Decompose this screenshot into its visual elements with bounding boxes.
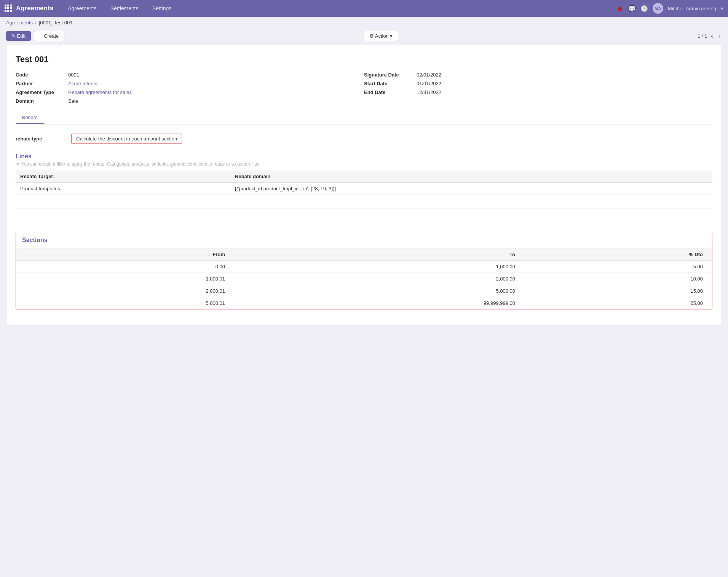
table-row: Product templates [('product_id.product_… — [16, 183, 712, 195]
col-from: From — [16, 249, 234, 261]
action-toolbar: ✎ Edit + Create ⚙ Action ▾ 1 / 1 ‹ › — [0, 29, 728, 45]
table-row: 1,000.01 2,000.00 10.00 — [16, 273, 712, 285]
field-domain: Domain Sale — [16, 98, 364, 104]
avatar-initials: MA — [655, 6, 661, 11]
content-inner: Test 001 Code 0001 Partner Azure Interio… — [6, 45, 722, 325]
agreement-type-value[interactable]: Rebate agreements for sales — [68, 89, 132, 95]
cell-pct: 25.00 — [524, 297, 712, 309]
avatar: MA — [653, 3, 663, 14]
nav-settlements[interactable]: Settlements — [107, 4, 142, 13]
partner-label: Partner — [16, 81, 65, 86]
signature-date-value: 02/01/2022 — [417, 72, 441, 78]
fields-grid: Code 0001 Partner Azure Interior Agreeme… — [16, 72, 712, 104]
user-dropdown-icon[interactable]: ▾ — [721, 5, 723, 11]
empty-spacer2 — [16, 212, 712, 223]
filter-hint-text: You can create a filter to apply the reb… — [21, 161, 260, 167]
breadcrumb-parent[interactable]: Agreements — [6, 20, 33, 26]
nav-settings[interactable]: Settings — [149, 4, 175, 13]
record-title: Test 001 — [16, 54, 712, 64]
cell-pct: 15.00 — [524, 285, 712, 297]
nav-menu: Agreements Settlements Settings — [65, 4, 616, 13]
lines-table: Rebate Target Rebate domain Product temp… — [16, 171, 712, 195]
cell-to: 2,000.00 — [234, 273, 524, 285]
pager-text: 1 / 1 — [698, 33, 707, 39]
table-row: 0.00 1,000.00 5.00 — [16, 261, 712, 273]
clock-icon[interactable]: 🕐 — [640, 5, 648, 12]
breadcrumb-current: [0001] Test 001 — [39, 20, 73, 26]
pager-next[interactable]: › — [717, 32, 722, 40]
cell-domain: [('product_id.product_tmpl_id', 'in', [2… — [230, 183, 712, 195]
tabs-bar: Rebate — [16, 112, 712, 124]
empty-spacer — [16, 195, 712, 206]
pager: 1 / 1 ‹ › — [698, 32, 722, 40]
table-row: 2,000.01 5,000.00 15.00 — [16, 285, 712, 297]
field-partner: Partner Azure Interior — [16, 81, 364, 86]
cell-from: 1,000.01 — [16, 273, 234, 285]
sections-table-header: From To % Dto — [16, 249, 712, 261]
partner-value[interactable]: Azure Interior — [68, 81, 98, 86]
sections-table: From To % Dto 0.00 1,000.00 5.00 1,000.0… — [16, 249, 712, 309]
top-navigation: Agreements Agreements Settlements Settin… — [0, 0, 728, 17]
rebate-type-value: Calculate the discount in each amount se… — [71, 134, 182, 144]
field-start-date: Start Date 01/01/2022 — [364, 81, 712, 86]
fields-right: Signature Date 02/01/2022 Start Date 01/… — [364, 72, 712, 104]
field-end-date: End Date 12/31/2022 — [364, 89, 712, 95]
lines-section-title: Lines — [16, 153, 712, 160]
main-content: Test 001 Code 0001 Partner Azure Interio… — [6, 45, 722, 325]
topnav-right: 🐞 💬 🕐 MA Mitchell Admin (devel) ▾ — [616, 3, 723, 14]
col-pct: % Dto — [524, 249, 712, 261]
code-label: Code — [16, 72, 65, 78]
lines-table-header: Rebate Target Rebate domain — [16, 171, 712, 183]
action-button[interactable]: ⚙ Action ▾ — [364, 31, 399, 41]
cell-from: 2,000.01 — [16, 285, 234, 297]
grid-menu-icon[interactable] — [5, 5, 12, 12]
fields-left: Code 0001 Partner Azure Interior Agreeme… — [16, 72, 364, 104]
cell-pct: 5.00 — [524, 261, 712, 273]
divider — [16, 209, 712, 209]
filter-hint: ▼ You can create a filter to apply the r… — [16, 161, 712, 167]
sections-box: Sections From To % Dto 0.00 1,000.00 5.0… — [16, 232, 712, 309]
agreement-type-label: Agreement Type — [16, 89, 65, 95]
sections-title: Sections — [16, 232, 712, 249]
cell-from: 5,000.01 — [16, 297, 234, 309]
end-date-label: End Date — [364, 89, 413, 95]
filter-icon: ▼ — [16, 162, 20, 166]
field-signature-date: Signature Date 02/01/2022 — [364, 72, 712, 78]
code-value: 0001 — [68, 72, 79, 78]
chat-icon[interactable]: 💬 — [628, 5, 636, 12]
cell-target: Product templates — [16, 183, 230, 195]
rebate-type-row: rebate type Calculate the discount in ea… — [16, 131, 712, 147]
bug-icon[interactable]: 🐞 — [616, 5, 624, 12]
field-code: Code 0001 — [16, 72, 364, 78]
rebate-type-label: rebate type — [16, 136, 65, 142]
col-to: To — [234, 249, 524, 261]
cell-from: 0.00 — [16, 261, 234, 273]
col-rebate-domain: Rebate domain — [230, 171, 712, 183]
cell-pct: 10.00 — [524, 273, 712, 285]
edit-button[interactable]: ✎ Edit — [6, 31, 31, 41]
cell-to: 5,000.00 — [234, 285, 524, 297]
cell-to: 1,000.00 — [234, 261, 524, 273]
pager-prev[interactable]: ‹ — [709, 32, 714, 40]
app-title: Agreements — [16, 5, 53, 12]
start-date-label: Start Date — [364, 81, 413, 86]
field-agreement-type: Agreement Type Rebate agreements for sal… — [16, 89, 364, 95]
cell-to: 99,999,999.00 — [234, 297, 524, 309]
domain-label: Domain — [16, 98, 65, 104]
start-date-value: 01/01/2022 — [417, 81, 441, 86]
tab-content-rebate: rebate type Calculate the discount in ea… — [16, 124, 712, 316]
breadcrumb-separator: / — [35, 20, 37, 26]
end-date-value: 12/31/2022 — [417, 89, 441, 95]
domain-value: Sale — [68, 98, 78, 104]
table-row: 5,000.01 99,999,999.00 25.00 — [16, 297, 712, 309]
user-name[interactable]: Mitchell Admin (devel) — [668, 6, 716, 11]
tab-rebate[interactable]: Rebate — [16, 112, 44, 124]
col-rebate-target: Rebate Target — [16, 171, 230, 183]
breadcrumb: Agreements / [0001] Test 001 — [0, 17, 728, 29]
create-button[interactable]: + Create — [34, 31, 64, 41]
signature-date-label: Signature Date — [364, 72, 413, 78]
nav-agreements[interactable]: Agreements — [65, 4, 99, 13]
